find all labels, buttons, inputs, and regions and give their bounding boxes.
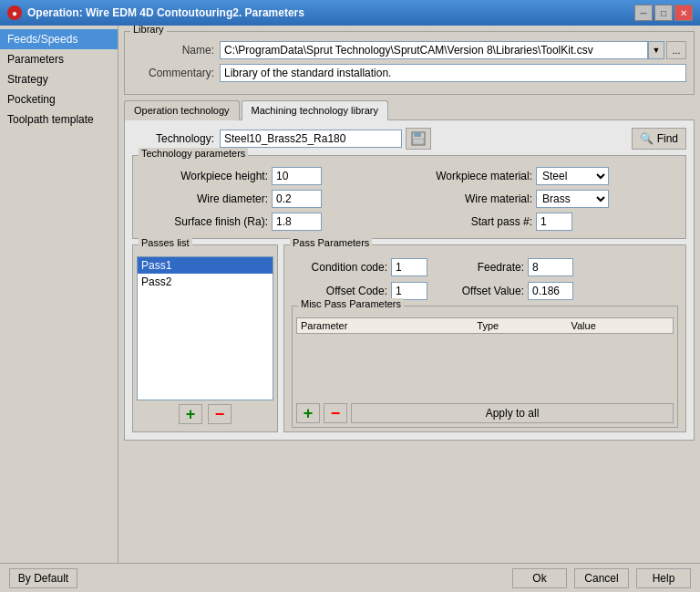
start-pass-label: Start pass #:	[414, 215, 532, 228]
commentary-label: Commentary:	[132, 67, 214, 79]
misc-buttons-row: + − Apply to all	[296, 403, 674, 423]
save-icon	[411, 131, 426, 146]
library-name-dropdown[interactable]: ▼	[648, 41, 664, 59]
commentary-input[interactable]	[220, 64, 686, 82]
technology-input[interactable]	[220, 130, 402, 148]
sidebar: Feeds/Speeds Parameters Strategy Pocketi…	[0, 26, 118, 563]
workpiece-material-label: Workpiece material:	[414, 170, 532, 182]
footer: By Default Ok Cancel Help	[0, 563, 700, 592]
find-icon: 🔍	[640, 132, 654, 145]
misc-col-type: Type	[473, 318, 567, 334]
passes-listbox[interactable]: Pass1 Pass2	[137, 256, 273, 400]
pass-params-outer: Pass Parameters Condition code: Feedrate…	[283, 244, 686, 432]
passes-list-group: Passes list Pass1 Pass2 + −	[132, 244, 278, 432]
wire-diameter-input[interactable]	[272, 190, 322, 208]
misc-table-area: Parameter Type Value	[296, 317, 674, 400]
tech-params-group: Technology parameters Workpiece height: …	[132, 155, 686, 239]
tech-params-title: Technology parameters	[139, 148, 248, 159]
condition-code-input[interactable]	[391, 258, 427, 276]
add-pass-button[interactable]: +	[179, 404, 202, 424]
wire-material-label: Wire material:	[414, 192, 532, 205]
workpiece-height-label: Workpiece height:	[140, 170, 268, 182]
pass-params-title: Pass Parameters	[290, 237, 372, 248]
close-button[interactable]: ✕	[674, 5, 693, 21]
technology-row: Technology: 🔍 Find	[132, 128, 686, 150]
misc-col-parameter: Parameter	[297, 318, 474, 334]
tab-operation-technology[interactable]: Operation technology	[124, 100, 240, 120]
svg-rect-1	[414, 132, 421, 137]
svg-rect-2	[413, 139, 424, 144]
cancel-button[interactable]: Cancel	[574, 568, 629, 588]
feedrate-input[interactable]	[528, 258, 573, 276]
find-button[interactable]: 🔍 Find	[632, 128, 686, 150]
sidebar-item-parameters[interactable]: Parameters	[0, 49, 118, 69]
name-label: Name:	[132, 44, 214, 57]
remove-pass-icon: −	[215, 405, 225, 424]
minimize-button[interactable]: ─	[634, 5, 653, 21]
passes-item-pass1[interactable]: Pass1	[138, 257, 273, 274]
offset-value-label: Offset Value:	[460, 285, 524, 297]
find-label: Find	[657, 132, 678, 145]
condition-code-label: Condition code:	[292, 261, 387, 274]
technology-label: Technology:	[132, 132, 214, 145]
surface-finish-label: Surface finish (Ra):	[140, 215, 268, 228]
apply-to-all-button[interactable]: Apply to all	[351, 403, 674, 423]
title-bar: ● Operation: Wire EDM 4D Contoutouring2.…	[0, 0, 700, 26]
start-pass-input[interactable]	[536, 213, 572, 231]
library-group-label: Library	[130, 26, 167, 35]
ok-button[interactable]: Ok	[512, 568, 567, 588]
pass-params-row2: Offset Code: Offset Value:	[292, 282, 678, 300]
help-button[interactable]: Help	[636, 568, 691, 588]
offset-code-input[interactable]	[391, 282, 427, 300]
tabs-container: Operation technology Machining technolog…	[124, 100, 695, 120]
feedrate-label: Feedrate:	[460, 261, 524, 274]
by-default-button[interactable]: By Default	[9, 568, 77, 588]
library-name-input[interactable]	[220, 41, 648, 59]
passes-list-title: Passes list	[139, 237, 192, 248]
misc-title: Misc Pass Parameters	[298, 298, 404, 309]
sidebar-item-strategy[interactable]: Strategy	[0, 69, 118, 89]
sidebar-item-pocketing[interactable]: Pocketing	[0, 89, 118, 109]
bottom-panels: Passes list Pass1 Pass2 + −	[132, 244, 686, 432]
surface-finish-input[interactable]	[272, 213, 322, 231]
tab-machining-library[interactable]: Machining technology library	[242, 100, 388, 120]
passes-item-pass2[interactable]: Pass2	[138, 274, 273, 290]
params-grid: Workpiece height: Wire diameter: Surface…	[140, 167, 678, 231]
window-title: Operation: Wire EDM 4D Contoutouring2. P…	[27, 6, 304, 19]
add-misc-button[interactable]: +	[296, 403, 320, 423]
remove-pass-button[interactable]: −	[208, 404, 232, 424]
save-technology-button[interactable]	[406, 128, 431, 150]
misc-table: Parameter Type Value	[296, 317, 674, 334]
remove-misc-button[interactable]: −	[324, 403, 347, 423]
maximize-button[interactable]: □	[654, 5, 673, 21]
app-icon: ●	[7, 5, 22, 20]
offset-code-label: Offset Code:	[292, 285, 387, 297]
wire-diameter-label: Wire diameter:	[140, 192, 268, 205]
add-pass-icon: +	[186, 405, 196, 424]
sidebar-item-toolpath-template[interactable]: Toolpath template	[0, 109, 118, 130]
misc-col-value: Value	[567, 318, 673, 334]
misc-group: Misc Pass Parameters Parameter Type	[292, 306, 678, 428]
wire-material-select[interactable]: Brass Copper Molybdenum	[536, 190, 609, 208]
offset-value-input[interactable]	[528, 282, 573, 300]
tab-content: Technology: 🔍 Find Technology para	[124, 119, 695, 441]
workpiece-material-select[interactable]: Steel Aluminum Brass Copper	[536, 167, 609, 185]
pass-params-row1: Condition code: Feedrate:	[292, 258, 678, 276]
add-misc-icon: +	[304, 404, 314, 423]
workpiece-height-input[interactable]	[272, 167, 322, 185]
library-browse-button[interactable]: ...	[666, 41, 686, 59]
remove-misc-icon: −	[331, 404, 341, 423]
content-area: Library Name: ▼ ... Commentary: Operatio…	[118, 26, 700, 563]
library-group: Library Name: ▼ ... Commentary:	[124, 31, 695, 95]
sidebar-item-feeds-speeds[interactable]: Feeds/Speeds	[0, 29, 118, 49]
